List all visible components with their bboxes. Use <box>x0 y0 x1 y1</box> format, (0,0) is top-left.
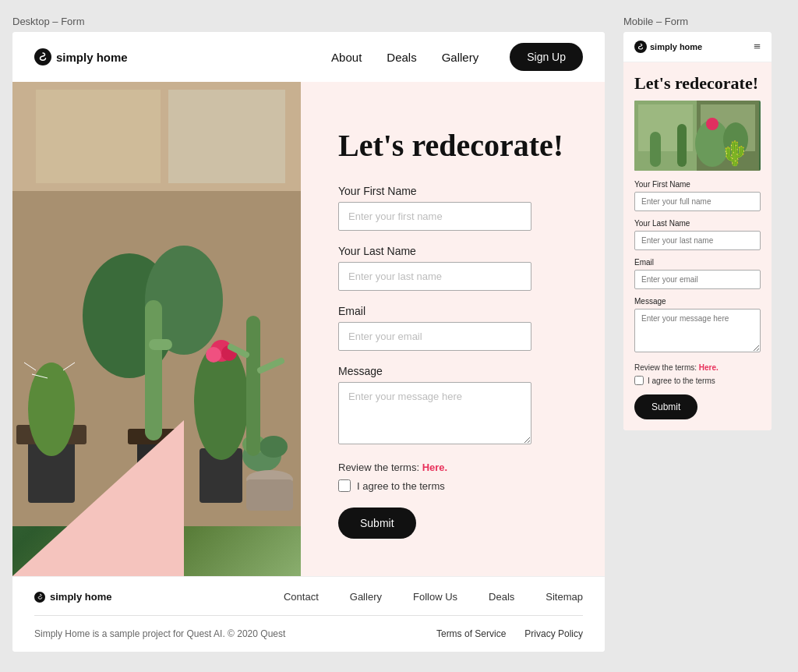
mobile-message-textarea[interactable] <box>634 309 761 352</box>
first-name-group: Your First Name <box>338 185 567 231</box>
footer-tos[interactable]: Terms of Service <box>436 628 506 639</box>
mobile-form-title: Let's redecorate! <box>634 73 761 93</box>
form-title: Let's redecorate! <box>338 129 567 163</box>
svg-rect-25 <box>246 479 293 511</box>
mobile-message-label: Message <box>634 297 761 306</box>
footer-gallery[interactable]: Gallery <box>350 591 382 603</box>
footer-legal: Terms of Service Privacy Policy <box>436 628 583 639</box>
mobile-checkbox-row: I agree to the terms <box>634 376 761 385</box>
email-label: Email <box>338 305 567 317</box>
mobile-email-label: Email <box>634 258 761 267</box>
checkbox-row: I agree to the terms <box>338 479 567 492</box>
mobile-message-group: Message <box>634 297 761 355</box>
desktop-logo-text: simply home <box>56 51 128 64</box>
mobile-terms-row: Review the terms: Here. <box>634 363 761 372</box>
mobile-last-name-group: Your Last Name <box>634 219 761 250</box>
mobile-last-name-input[interactable] <box>634 231 761 250</box>
svg-rect-2 <box>36 90 161 183</box>
hero-image-area <box>12 82 301 576</box>
mobile-email-input[interactable] <box>634 270 761 289</box>
svg-rect-34 <box>650 132 661 167</box>
mobile-agree-label: I agree to the terms <box>648 377 715 385</box>
footer-logo: simply home <box>34 591 111 603</box>
last-name-label: Your Last Name <box>338 245 567 257</box>
desktop-label: Desktop – Form <box>12 16 605 27</box>
svg-rect-15 <box>149 339 172 350</box>
desktop-footer: simply home Contact Gallery Follow Us De… <box>12 576 605 652</box>
mobile-first-name-input[interactable] <box>634 192 761 211</box>
mobile-panel: simply home ≡ Let's redecorate! <box>623 32 772 430</box>
form-area: Let's redecorate! Your First Name Your L… <box>301 82 605 576</box>
desktop-logo[interactable]: simply home <box>34 48 128 65</box>
svg-rect-3 <box>168 90 285 183</box>
mobile-terms-text: Review the terms: <box>634 363 699 372</box>
first-name-input[interactable] <box>338 202 531 231</box>
mobile-last-name-label: Your Last Name <box>634 219 761 228</box>
first-name-label: Your First Name <box>338 185 567 197</box>
footer-contact[interactable]: Contact <box>284 591 319 603</box>
svg-point-38 <box>723 122 748 157</box>
last-name-input[interactable] <box>338 262 531 291</box>
desktop-hero: Let's redecorate! Your First Name Your L… <box>12 82 605 576</box>
mobile-email-group: Email <box>634 258 761 289</box>
hero-triangle <box>12 420 184 576</box>
terms-row: Review the terms: Here. <box>338 462 567 473</box>
agree-checkbox[interactable] <box>338 479 351 492</box>
mobile-panel-wrapper: Mobile – Form simply home ≡ Let's redeco… <box>623 16 772 430</box>
mobile-label: Mobile – Form <box>623 16 772 27</box>
nav-gallery[interactable]: Gallery <box>442 51 479 64</box>
footer-logo-icon <box>34 592 45 603</box>
agree-label: I agree to the terms <box>357 480 445 492</box>
desktop-nav: simply home About Deals Gallery Sign Up <box>12 32 605 82</box>
mobile-terms-link[interactable]: Here. <box>699 363 719 372</box>
mobile-logo-icon <box>634 41 647 53</box>
mobile-first-name-label: Your First Name <box>634 180 761 189</box>
submit-button[interactable]: Submit <box>338 508 416 539</box>
footer-bottom: Simply Home is a sample project for Ques… <box>34 622 583 645</box>
mobile-agree-checkbox[interactable] <box>634 376 644 385</box>
logo-s-icon <box>34 48 51 65</box>
footer-privacy[interactable]: Privacy Policy <box>524 628 583 639</box>
desktop-panel: simply home About Deals Gallery Sign Up <box>12 32 605 652</box>
footer-logo-text: simply home <box>50 591 111 603</box>
mobile-hero-image <box>634 101 761 171</box>
mobile-logo-text: simply home <box>650 42 702 51</box>
nav-deals[interactable]: Deals <box>387 51 416 64</box>
email-input[interactable] <box>338 322 531 351</box>
mobile-logo[interactable]: simply home <box>634 41 702 53</box>
footer-copy: Simply Home is a sample project for Ques… <box>34 628 285 639</box>
svg-rect-35 <box>677 124 687 167</box>
svg-point-23 <box>260 436 288 458</box>
email-group: Email <box>338 305 567 351</box>
terms-link[interactable]: Here. <box>422 462 448 473</box>
message-label: Message <box>338 365 567 377</box>
footer-sitemap[interactable]: Sitemap <box>546 591 583 603</box>
hamburger-icon[interactable]: ≡ <box>754 40 761 54</box>
footer-followus[interactable]: Follow Us <box>413 591 457 603</box>
svg-rect-26 <box>246 316 260 456</box>
signup-button[interactable]: Sign Up <box>510 43 583 71</box>
mobile-nav: simply home ≡ <box>623 32 772 62</box>
svg-rect-14 <box>145 300 162 440</box>
message-textarea[interactable] <box>338 382 531 444</box>
svg-point-19 <box>206 347 221 363</box>
mobile-form-body: Let's redecorate! <box>623 62 772 430</box>
svg-point-37 <box>706 118 719 130</box>
mobile-submit-button[interactable]: Submit <box>634 394 697 419</box>
terms-text: Review the terms: <box>338 462 422 473</box>
footer-nav: simply home Contact Gallery Follow Us De… <box>34 591 583 603</box>
nav-about[interactable]: About <box>331 51 362 64</box>
nav-links: About Deals Gallery Sign Up <box>331 43 583 71</box>
mobile-first-name-group: Your First Name <box>634 180 761 211</box>
last-name-group: Your Last Name <box>338 245 567 291</box>
footer-divider <box>34 615 583 616</box>
message-group: Message <box>338 365 567 447</box>
footer-deals[interactable]: Deals <box>489 591 514 603</box>
